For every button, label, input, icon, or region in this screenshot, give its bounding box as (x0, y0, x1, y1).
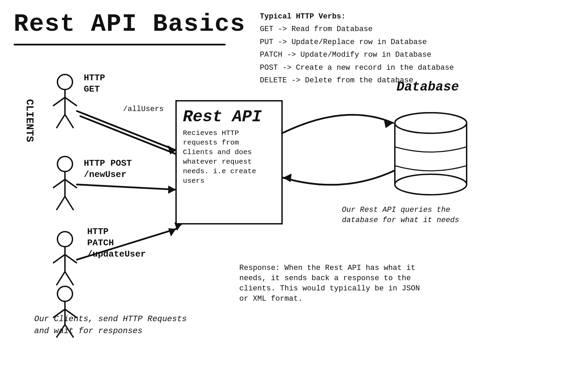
svg-text:whatever request: whatever request (183, 158, 252, 166)
svg-text:Response: When the Rest API ha: Response: When the Rest API has what it (239, 264, 415, 272)
svg-marker-33 (168, 228, 176, 236)
svg-line-4 (65, 97, 77, 106)
svg-point-36 (57, 286, 72, 301)
svg-text:Our Rest API queries the: Our Rest API queries the (342, 206, 450, 214)
svg-text:GET: GET (84, 84, 100, 94)
svg-text:needs. i.e create: needs. i.e create (183, 167, 256, 175)
svg-text:database for what it needs: database for what it needs (342, 216, 459, 224)
svg-line-25 (53, 255, 65, 263)
svg-point-55 (395, 174, 467, 195)
svg-line-27 (56, 272, 65, 285)
svg-point-56 (395, 113, 467, 133)
svg-text:HTTP: HTTP (84, 73, 105, 83)
svg-line-12 (80, 116, 179, 155)
svg-text:/allUsers: /allUsers (123, 105, 164, 113)
svg-line-6 (65, 114, 74, 128)
svg-text:and wait for responses: and wait for responses (34, 326, 143, 336)
svg-text:users: users (183, 177, 204, 185)
svg-text:Our Clients, send HTTP Request: Our Clients, send HTTP Requests (34, 314, 187, 324)
svg-text:CLIENTS: CLIENTS (24, 99, 35, 142)
svg-line-17 (56, 196, 65, 210)
svg-point-23 (57, 232, 72, 247)
svg-line-16 (65, 179, 77, 188)
svg-text:Clients and does: Clients and does (183, 148, 252, 156)
svg-line-21 (77, 184, 176, 190)
svg-text:Rest API: Rest API (183, 108, 262, 126)
diagram-svg: CLIENTS HTTP GET /allUsers HT (21, 48, 567, 342)
svg-line-18 (65, 196, 74, 210)
svg-text:or XML format.: or XML format. (239, 295, 303, 303)
svg-line-26 (65, 255, 77, 263)
svg-line-3 (53, 97, 65, 106)
http-put-verb: PUT -> Update/Replace row in Database (260, 36, 454, 49)
svg-text:requests from: requests from (183, 139, 239, 147)
svg-text:/newUser: /newUser (84, 169, 126, 180)
svg-line-15 (53, 179, 65, 188)
svg-text:Database: Database (397, 80, 459, 94)
svg-text:clients. This would typically : clients. This would typically be in JSON (239, 284, 420, 293)
svg-text:HTTP: HTTP (87, 227, 108, 237)
http-get-verb: GET -> Read from Database (260, 23, 454, 36)
svg-text:needs, it sends back a respons: needs, it sends back a response to the (239, 274, 411, 283)
svg-line-10 (77, 111, 176, 150)
svg-marker-22 (168, 186, 176, 194)
svg-text:PATCH: PATCH (87, 238, 114, 248)
svg-line-5 (56, 114, 65, 128)
svg-text:HTTP POST: HTTP POST (84, 158, 132, 168)
svg-text:Recieves HTTP: Recieves HTTP (183, 129, 239, 137)
page: Rest API Basics Typical HTTP Verbs: GET … (0, 0, 588, 369)
http-verbs-header: Typical HTTP Verbs: (260, 10, 454, 23)
svg-point-13 (57, 156, 72, 172)
title-underline (14, 44, 226, 45)
svg-point-1 (57, 74, 72, 90)
svg-marker-58 (283, 174, 292, 182)
svg-line-28 (65, 272, 74, 285)
page-title: Rest API Basics (14, 10, 245, 38)
